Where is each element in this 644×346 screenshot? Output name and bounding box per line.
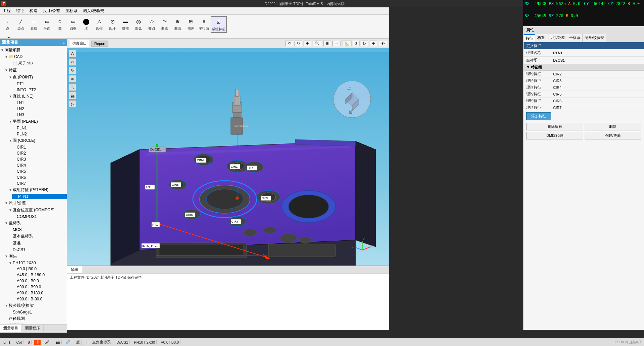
tree-item-probe_node[interactable]: ▼测头 (0, 253, 67, 260)
toolbar-sphere[interactable]: ⬤球 (80, 16, 93, 33)
tree-item-meas_root[interactable]: ▼测量项目 (0, 47, 67, 54)
tree-item-ln1[interactable]: LN1 (0, 100, 67, 106)
tree-item-cad_node[interactable]: ▼📁CAD (0, 54, 67, 60)
tree-item-a90_bn90[interactable]: A90.0 | B-90.0 (0, 296, 67, 302)
tree-item-cs_node[interactable]: ▼坐标系 (0, 220, 67, 227)
tree-item-dim_node[interactable]: ▼尺寸/公差 (0, 199, 67, 207)
vp-left-btn-5[interactable]: 🔍 (69, 83, 76, 91)
vp-tab-report[interactable]: Report (91, 41, 108, 47)
tree-item-cir1[interactable]: CIR1 (0, 144, 67, 150)
tab-measure-program[interactable]: 测量程序 (22, 325, 44, 332)
menu-coordinate[interactable]: 坐标系 (63, 7, 80, 14)
tree-item-ln3[interactable]: LN3 (0, 112, 67, 118)
vp-measure[interactable]: ↔ (332, 41, 341, 46)
vp-left-btn-3[interactable]: ↻ (69, 67, 76, 74)
toolbar-composite[interactable]: ⊕复合特征 (1, 33, 16, 39)
vp-num3[interactable]: 3 (353, 41, 360, 46)
tree-item-pt1[interactable]: PT1 (0, 81, 67, 87)
tree-item-cir2[interactable]: CIR2 (0, 150, 67, 156)
tree-item-ptn1[interactable]: PTN1 (0, 193, 67, 199)
tree-item-a90_b180[interactable]: A90.0 | B180.0 (0, 290, 67, 296)
tree-item-pln2[interactable]: PLN2 (0, 131, 67, 137)
toolbar-ellipse[interactable]: ⬭椭圆 (145, 16, 158, 33)
add-feature-btn[interactable]: 添加特征 (526, 112, 551, 120)
tree-item-compos1[interactable]: COMPOS1 (0, 214, 67, 220)
attr-tab-construct[interactable]: 构造 (535, 34, 547, 42)
tree-item-a45_b180[interactable]: A45.0 | B-180.0 (0, 272, 67, 278)
vp-zoom-in[interactable]: 🔍 (313, 41, 322, 46)
toolbar-circle[interactable]: ○圆 (54, 16, 66, 33)
tree-item-feature_node[interactable]: ▼特征 (0, 67, 67, 74)
toolbar-cone[interactable]: △圆锥 (93, 16, 106, 33)
attr-tab-cs[interactable]: 坐标系 (567, 34, 583, 42)
toolbar-circleframe[interactable]: ▭圆框 (67, 16, 79, 33)
btn-delete[interactable]: 删除 (585, 123, 642, 130)
tree-item-cir4[interactable]: CIR4 (0, 162, 67, 168)
menu-probe[interactable]: 测头/校验规 (80, 7, 107, 14)
toolbar-edgepoint[interactable]: ╱边点 (14, 16, 27, 33)
status-lang[interactable]: 中 (34, 340, 41, 345)
tree-item-cal_node[interactable]: ▼校验规/交换架 (0, 302, 67, 309)
vp-zoom-fit[interactable]: ⊕ (304, 41, 311, 46)
attr-tab-feature[interactable]: 特征 (524, 34, 535, 42)
vp-left-btn-7[interactable]: ▷ (69, 100, 76, 108)
toolbar-line[interactable]: —直线 (28, 16, 40, 33)
menu-construct[interactable]: 构造 (27, 7, 40, 14)
vp-grid[interactable]: ⊞ (323, 41, 331, 46)
attr-tab-dimension[interactable]: 尺寸/公差 (547, 34, 567, 42)
tree-item-ln2[interactable]: LN2 (0, 106, 67, 112)
tree-item-pln1[interactable]: PLN1 (0, 125, 67, 131)
tree-item-a00_b00[interactable]: A0.0 | B0.0 (0, 266, 67, 272)
output-tab-active[interactable]: 输出 (67, 266, 83, 273)
btn-dmis[interactable]: DMIS代码 (526, 132, 583, 139)
tree-item-ph10t[interactable]: ▼PH10T-2X30 (0, 260, 67, 266)
vp-rotate-cw[interactable]: ↻ (294, 41, 302, 46)
vp-left-btn-2[interactable]: ↺ (69, 58, 76, 66)
tree-item-point_node[interactable]: ▼点 (POINT) (0, 74, 67, 81)
vp-rotate-ccw[interactable]: ↺ (285, 41, 293, 46)
vp-center[interactable]: ⊙ (370, 41, 377, 46)
tree-item-dscs1_check[interactable]: DsCS1 (0, 247, 67, 253)
attr-tab-probe[interactable]: 测头/校验规 (583, 34, 606, 42)
vp-view[interactable]: 👁 (379, 41, 387, 46)
toolbar-curve[interactable]: 〜曲线 (158, 16, 171, 33)
toolbar-parallel[interactable]: ≡平行面 (198, 16, 210, 33)
toolbar-plane[interactable]: ▭平面 (41, 16, 53, 33)
status-degree-mode[interactable]: 度 (75, 340, 82, 345)
menu-dimension[interactable]: 尺寸/公差 (40, 7, 63, 14)
vp-tab-simulation[interactable]: 仿真窗口 (69, 40, 90, 47)
menu-engineering[interactable]: 工程 (0, 7, 13, 14)
tree-item-into_pt2[interactable]: INTO_PT2 (0, 87, 67, 93)
viewport-3d[interactable]: RENISHAW DsCS1 系 CIR1 CIR2 CIR3 CIR4 CIR… (67, 48, 389, 275)
vp-left-btn-6[interactable]: 📷 (69, 92, 76, 99)
vp-left-btn-1[interactable]: A (69, 50, 76, 57)
panel-collapse-btn[interactable]: « (62, 40, 65, 45)
tree-item-circle_node[interactable]: ▼圆 (CIRCLE) (0, 137, 67, 144)
toolbar-point[interactable]: ·点 (1, 16, 14, 33)
tree-item-base_cs[interactable]: 基本坐标系 (0, 233, 67, 240)
vp-left-btn-4[interactable]: ⊕ (69, 75, 76, 82)
menu-feature[interactable]: 特征 (13, 7, 27, 14)
tab-measure-project[interactable]: 测量项目 (0, 325, 22, 332)
vp-ruler[interactable]: 📐 (342, 41, 352, 46)
tree-item-path_node[interactable]: 路径规划 (0, 315, 67, 322)
tree-item-cir5[interactable]: CIR5 (0, 168, 67, 174)
toolbar-arc[interactable]: ◎圆弧 (132, 16, 145, 33)
btn-create-update[interactable]: 创建/更新 (585, 132, 642, 139)
toolbar-surface[interactable]: ≋曲面 (171, 16, 184, 33)
tree-item-fruit_stp[interactable]: 📄果子.stp (0, 60, 67, 67)
btn-delete-all[interactable]: 删除所有 (526, 123, 583, 130)
tree-item-base_node[interactable]: 基准 (0, 240, 67, 247)
tree-item-line_node[interactable]: ▼直线 (LINE) (0, 93, 67, 100)
tree-item-plane_node[interactable]: ▼平面 (PLANE) (0, 118, 67, 125)
vp-play[interactable]: ▷ (361, 41, 368, 46)
tree-item-a90_b00[interactable]: A90.0 | B0.0 (0, 278, 67, 284)
tree-item-compos_node[interactable]: ▼复合位置度 (COMPOS) (0, 207, 67, 214)
tree-item-cir3[interactable]: CIR3 (0, 156, 67, 162)
tree-item-mcs[interactable]: MCS (0, 227, 67, 233)
toolbar-torus[interactable]: ⊙圆环 (106, 16, 119, 33)
tree-item-pattern_node[interactable]: ▼成组特征 (PATERN) (0, 186, 67, 193)
toolbar-group-feature[interactable]: ⊡成组特征 (211, 16, 227, 33)
toolbar-keyway[interactable]: ▬键槽 (119, 16, 132, 33)
toolbar-slot[interactable]: ⊞槽体 (184, 16, 197, 33)
